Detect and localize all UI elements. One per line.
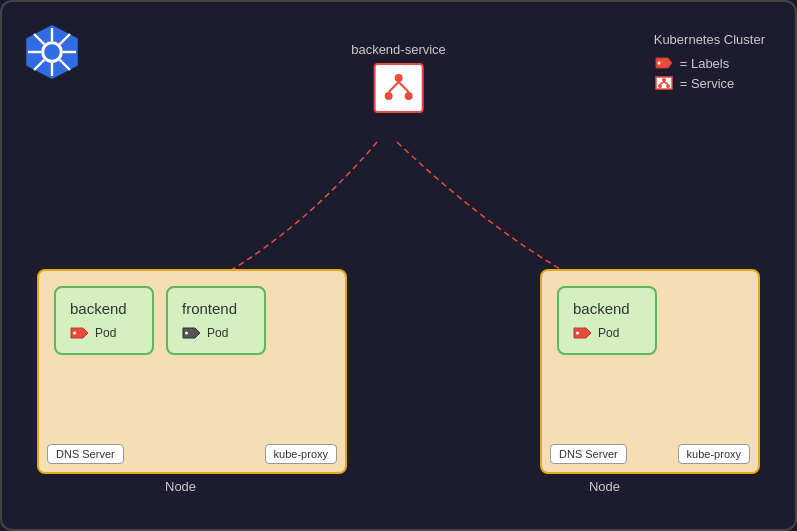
svg-point-20 <box>385 92 393 100</box>
pod-name-backend-right: backend <box>573 300 630 317</box>
kube-proxy-badge-right: kube-proxy <box>678 444 750 464</box>
svg-point-25 <box>73 332 76 335</box>
pod-frontend-left: frontend Pod <box>166 286 266 355</box>
pod-backend-left: backend Pod <box>54 286 154 355</box>
kube-proxy-badge-left: kube-proxy <box>265 444 337 464</box>
legend-labels-text: = Labels <box>680 56 730 71</box>
node-left: backend Pod frontend Pod <box>37 269 347 474</box>
svg-point-15 <box>658 84 662 88</box>
legend: Kubernetes Cluster = Labels = Service <box>654 32 765 95</box>
pods-left: backend Pod frontend Pod <box>54 286 330 355</box>
pod-badge-backend-right: Pod <box>598 326 619 340</box>
pod-label-row-backend-right: Pod <box>573 325 619 341</box>
legend-service: = Service <box>654 75 765 91</box>
legend-service-text: = Service <box>680 76 735 91</box>
svg-point-16 <box>666 84 670 88</box>
main-diagram: Kubernetes Cluster = Labels = Service ba… <box>0 0 797 531</box>
legend-labels: = Labels <box>654 55 765 71</box>
pod-badge-backend-left: Pod <box>95 326 116 340</box>
svg-point-29 <box>576 332 579 335</box>
svg-line-22 <box>389 82 399 92</box>
pod-badge-frontend-left: Pod <box>207 326 228 340</box>
node-label-left: Node <box>165 479 196 494</box>
svg-point-21 <box>405 92 413 100</box>
legend-title: Kubernetes Cluster <box>654 32 765 47</box>
pods-right: backend Pod <box>557 286 743 355</box>
svg-line-23 <box>399 82 409 92</box>
kubernetes-logo <box>22 22 82 82</box>
service-box: backend-service <box>351 42 446 113</box>
svg-point-10 <box>44 44 60 60</box>
pod-name-frontend-left: frontend <box>182 300 237 317</box>
svg-point-12 <box>657 62 660 65</box>
node-right: backend Pod DNS Server kube-proxy <box>540 269 760 474</box>
pod-backend-right: backend Pod <box>557 286 657 355</box>
pod-name-backend-left: backend <box>70 300 127 317</box>
svg-point-14 <box>662 78 666 82</box>
tag-icon-red-right <box>573 325 593 341</box>
tag-icon-dark-left <box>182 325 202 341</box>
pod-label-row-frontend-left: Pod <box>182 325 228 341</box>
tag-icon-red-left <box>70 325 90 341</box>
service-icon <box>374 63 424 113</box>
service-name: backend-service <box>351 42 446 57</box>
node-label-right: Node <box>589 479 620 494</box>
svg-point-27 <box>185 332 188 335</box>
dns-badge-right: DNS Server <box>550 444 627 464</box>
svg-point-19 <box>395 74 403 82</box>
pod-label-row-backend-left: Pod <box>70 325 116 341</box>
dns-badge-left: DNS Server <box>47 444 124 464</box>
